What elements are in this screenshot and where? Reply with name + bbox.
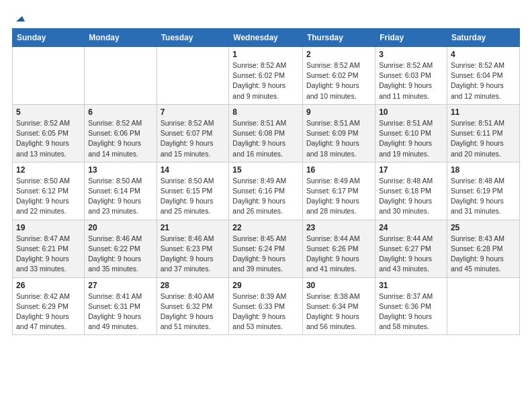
day-detail: Sunrise: 8:46 AMSunset: 6:23 PMDaylight:… xyxy=(161,234,226,275)
calendar-cell: 9Sunrise: 8:51 AMSunset: 6:09 PMDaylight… xyxy=(302,104,375,162)
day-number: 25 xyxy=(451,223,516,232)
calendar-cell: 13Sunrise: 8:50 AMSunset: 6:14 PMDayligh… xyxy=(85,162,157,220)
weekday-header-row: SundayMondayTuesdayWednesdayThursdayFrid… xyxy=(13,29,520,47)
day-number: 16 xyxy=(306,165,371,175)
day-detail: Sunrise: 8:52 AMSunset: 6:07 PMDaylight:… xyxy=(161,118,226,159)
calendar-week-row: 1Sunrise: 8:52 AMSunset: 6:02 PMDaylight… xyxy=(13,47,520,105)
calendar-cell: 1Sunrise: 8:52 AMSunset: 6:02 PMDaylight… xyxy=(229,47,303,105)
calendar-cell: 5Sunrise: 8:52 AMSunset: 6:05 PMDaylight… xyxy=(13,104,85,162)
weekday-header-monday: Monday xyxy=(85,29,157,47)
calendar-cell: 8Sunrise: 8:51 AMSunset: 6:08 PMDaylight… xyxy=(229,104,303,162)
logo-icon xyxy=(13,11,25,23)
day-detail: Sunrise: 8:50 AMSunset: 6:14 PMDaylight:… xyxy=(88,176,152,217)
day-detail: Sunrise: 8:52 AMSunset: 6:06 PMDaylight:… xyxy=(88,118,152,159)
calendar-cell: 20Sunrise: 8:46 AMSunset: 6:22 PMDayligh… xyxy=(85,220,157,277)
calendar-cell: 24Sunrise: 8:44 AMSunset: 6:27 PMDayligh… xyxy=(375,220,447,277)
calendar-cell: 18Sunrise: 8:48 AMSunset: 6:19 PMDayligh… xyxy=(447,162,519,220)
day-detail: Sunrise: 8:44 AMSunset: 6:26 PMDaylight:… xyxy=(306,234,371,275)
day-detail: Sunrise: 8:40 AMSunset: 6:32 PMDaylight:… xyxy=(161,291,226,332)
day-detail: Sunrise: 8:50 AMSunset: 6:15 PMDaylight:… xyxy=(161,176,226,217)
day-number: 1 xyxy=(232,50,299,59)
calendar-cell xyxy=(447,277,519,335)
day-number: 18 xyxy=(451,165,516,175)
day-number: 3 xyxy=(379,50,443,59)
day-number: 23 xyxy=(306,223,371,232)
day-detail: Sunrise: 8:48 AMSunset: 6:18 PMDaylight:… xyxy=(379,176,443,217)
calendar-cell: 3Sunrise: 8:52 AMSunset: 6:03 PMDaylight… xyxy=(375,47,447,105)
day-detail: Sunrise: 8:39 AMSunset: 6:33 PMDaylight:… xyxy=(232,291,299,332)
day-number: 8 xyxy=(232,107,299,117)
weekday-header-sunday: Sunday xyxy=(13,29,85,47)
day-detail: Sunrise: 8:51 AMSunset: 6:11 PMDaylight:… xyxy=(451,118,516,159)
calendar-week-row: 5Sunrise: 8:52 AMSunset: 6:05 PMDaylight… xyxy=(13,104,520,162)
weekday-header-saturday: Saturday xyxy=(447,29,519,47)
day-number: 31 xyxy=(379,281,443,290)
day-detail: Sunrise: 8:51 AMSunset: 6:08 PMDaylight:… xyxy=(232,118,299,159)
calendar-cell: 25Sunrise: 8:43 AMSunset: 6:28 PMDayligh… xyxy=(447,220,519,277)
day-number: 30 xyxy=(306,281,371,290)
calendar-cell: 22Sunrise: 8:45 AMSunset: 6:24 PMDayligh… xyxy=(229,220,303,277)
day-detail: Sunrise: 8:44 AMSunset: 6:27 PMDaylight:… xyxy=(379,234,443,275)
day-number: 10 xyxy=(379,107,443,117)
day-detail: Sunrise: 8:51 AMSunset: 6:10 PMDaylight:… xyxy=(379,118,443,159)
day-number: 28 xyxy=(161,281,226,290)
calendar-week-row: 26Sunrise: 8:42 AMSunset: 6:29 PMDayligh… xyxy=(13,277,520,335)
day-number: 4 xyxy=(451,50,516,59)
calendar-week-row: 19Sunrise: 8:47 AMSunset: 6:21 PMDayligh… xyxy=(13,220,520,277)
day-number: 22 xyxy=(232,223,299,232)
day-number: 6 xyxy=(88,107,152,117)
day-detail: Sunrise: 8:38 AMSunset: 6:34 PMDaylight:… xyxy=(306,291,371,332)
day-number: 9 xyxy=(306,107,371,117)
day-detail: Sunrise: 8:37 AMSunset: 6:36 PMDaylight:… xyxy=(379,291,443,332)
calendar-cell: 19Sunrise: 8:47 AMSunset: 6:21 PMDayligh… xyxy=(13,220,85,277)
weekday-header-friday: Friday xyxy=(375,29,447,47)
day-number: 15 xyxy=(232,165,299,175)
day-detail: Sunrise: 8:47 AMSunset: 6:21 PMDaylight:… xyxy=(16,234,81,275)
calendar-cell: 10Sunrise: 8:51 AMSunset: 6:10 PMDayligh… xyxy=(375,104,447,162)
day-number: 24 xyxy=(379,223,443,232)
day-detail: Sunrise: 8:49 AMSunset: 6:16 PMDaylight:… xyxy=(232,176,299,217)
calendar-cell xyxy=(85,47,157,105)
day-detail: Sunrise: 8:48 AMSunset: 6:19 PMDaylight:… xyxy=(451,176,516,217)
day-number: 2 xyxy=(306,50,371,59)
calendar-cell: 4Sunrise: 8:52 AMSunset: 6:04 PMDaylight… xyxy=(447,47,519,105)
calendar-cell: 27Sunrise: 8:41 AMSunset: 6:31 PMDayligh… xyxy=(85,277,157,335)
calendar-cell: 7Sunrise: 8:52 AMSunset: 6:07 PMDaylight… xyxy=(157,104,229,162)
calendar-cell: 17Sunrise: 8:48 AMSunset: 6:18 PMDayligh… xyxy=(375,162,447,220)
day-detail: Sunrise: 8:50 AMSunset: 6:12 PMDaylight:… xyxy=(16,176,81,217)
calendar-week-row: 12Sunrise: 8:50 AMSunset: 6:12 PMDayligh… xyxy=(13,162,520,220)
day-number: 21 xyxy=(161,223,226,232)
calendar-cell: 30Sunrise: 8:38 AMSunset: 6:34 PMDayligh… xyxy=(302,277,375,335)
day-detail: Sunrise: 8:52 AMSunset: 6:05 PMDaylight:… xyxy=(16,118,81,159)
day-detail: Sunrise: 8:52 AMSunset: 6:04 PMDaylight:… xyxy=(451,60,516,101)
day-detail: Sunrise: 8:49 AMSunset: 6:17 PMDaylight:… xyxy=(306,176,371,217)
day-detail: Sunrise: 8:43 AMSunset: 6:28 PMDaylight:… xyxy=(451,234,516,275)
calendar-cell: 14Sunrise: 8:50 AMSunset: 6:15 PMDayligh… xyxy=(157,162,229,220)
day-number: 20 xyxy=(88,223,152,232)
day-detail: Sunrise: 8:51 AMSunset: 6:09 PMDaylight:… xyxy=(306,118,371,159)
calendar-table: SundayMondayTuesdayWednesdayThursdayFrid… xyxy=(12,28,520,335)
day-detail: Sunrise: 8:52 AMSunset: 6:03 PMDaylight:… xyxy=(379,60,443,101)
day-number: 12 xyxy=(16,165,81,175)
calendar-cell xyxy=(13,47,85,105)
day-detail: Sunrise: 8:41 AMSunset: 6:31 PMDaylight:… xyxy=(88,291,152,332)
calendar-cell: 6Sunrise: 8:52 AMSunset: 6:06 PMDaylight… xyxy=(85,104,157,162)
calendar-cell: 11Sunrise: 8:51 AMSunset: 6:11 PMDayligh… xyxy=(447,104,519,162)
day-detail: Sunrise: 8:52 AMSunset: 6:02 PMDaylight:… xyxy=(306,60,371,101)
day-detail: Sunrise: 8:42 AMSunset: 6:29 PMDaylight:… xyxy=(16,291,81,332)
day-number: 5 xyxy=(16,107,81,117)
day-detail: Sunrise: 8:52 AMSunset: 6:02 PMDaylight:… xyxy=(232,60,299,101)
calendar-cell: 16Sunrise: 8:49 AMSunset: 6:17 PMDayligh… xyxy=(302,162,375,220)
calendar-cell: 23Sunrise: 8:44 AMSunset: 6:26 PMDayligh… xyxy=(302,220,375,277)
calendar-cell: 29Sunrise: 8:39 AMSunset: 6:33 PMDayligh… xyxy=(229,277,303,335)
calendar-cell: 2Sunrise: 8:52 AMSunset: 6:02 PMDaylight… xyxy=(302,47,375,105)
day-number: 19 xyxy=(16,223,81,232)
weekday-header-wednesday: Wednesday xyxy=(229,29,303,47)
calendar-cell: 12Sunrise: 8:50 AMSunset: 6:12 PMDayligh… xyxy=(13,162,85,220)
svg-marker-0 xyxy=(16,16,25,21)
calendar-cell xyxy=(157,47,229,105)
weekday-header-tuesday: Tuesday xyxy=(157,29,229,47)
day-number: 26 xyxy=(16,281,81,290)
logo xyxy=(12,12,25,23)
calendar-cell: 28Sunrise: 8:40 AMSunset: 6:32 PMDayligh… xyxy=(157,277,229,335)
